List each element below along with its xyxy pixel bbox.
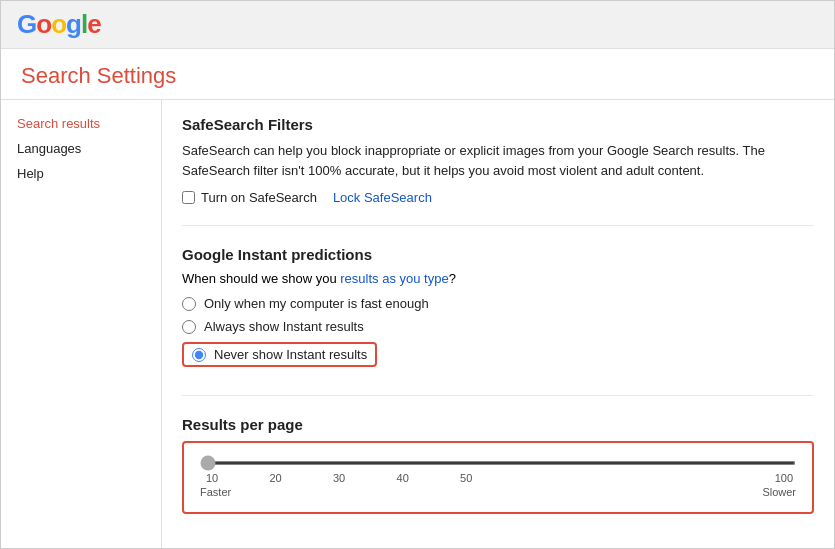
safesearch-section: SafeSearch Filters SafeSearch can help y… (182, 116, 814, 226)
slider-faster-label: Faster (200, 486, 231, 498)
sidebar: Search results Languages Help (1, 100, 161, 548)
sidebar-item-languages[interactable]: Languages (17, 141, 145, 156)
tick-40: 40 (393, 472, 413, 484)
lock-safesearch-link[interactable]: Lock SafeSearch (333, 190, 432, 205)
tick-50: 50 (456, 472, 476, 484)
instant-question: When should we show you results as you t… (182, 271, 814, 286)
tick-60 (520, 472, 540, 484)
tick-90 (710, 472, 730, 484)
logo-letter-o2: o (51, 9, 66, 39)
results-per-page-section: Results per page 10 20 30 40 50 100 (182, 416, 814, 534)
safesearch-checkbox-label[interactable]: Turn on SafeSearch (182, 190, 317, 205)
instant-option-fast-label: Only when my computer is fast enough (204, 296, 429, 311)
safesearch-description: SafeSearch can help you block inappropri… (182, 141, 814, 180)
instant-question-link[interactable]: results as you type (340, 271, 448, 286)
instant-section: Google Instant predictions When should w… (182, 246, 814, 396)
instant-question-end: ? (449, 271, 456, 286)
logo-letter-g: G (17, 9, 36, 39)
slider-slower-label: Slower (762, 486, 796, 498)
results-per-page-title: Results per page (182, 416, 814, 433)
page-title: Search Settings (21, 63, 814, 89)
safesearch-link[interactable]: SafeSearch (182, 143, 250, 158)
tick-30: 30 (329, 472, 349, 484)
body-layout: Search results Languages Help SafeSearch… (1, 100, 834, 548)
logo-letter-o1: o (36, 9, 51, 39)
tick-20: 20 (266, 472, 286, 484)
safesearch-description-text: can help you block inappropriate or expl… (182, 143, 765, 178)
safesearch-checkbox[interactable] (182, 191, 195, 204)
results-per-page-slider[interactable] (200, 461, 796, 465)
sidebar-item-help[interactable]: Help (17, 166, 145, 181)
tick-row: 10 20 30 40 50 100 (200, 472, 796, 484)
instant-radio-fast[interactable] (182, 297, 196, 311)
instant-option-always-label: Always show Instant results (204, 319, 364, 334)
instant-title: Google Instant predictions (182, 246, 814, 263)
logo-letter-e: e (87, 9, 100, 39)
sidebar-item-search-results[interactable]: Search results (17, 116, 145, 131)
tick-10: 10 (202, 472, 222, 484)
main-content: SafeSearch Filters SafeSearch can help y… (161, 100, 834, 548)
slider-bottom-labels: Faster Slower (200, 486, 796, 498)
instant-option-fast[interactable]: Only when my computer is fast enough (182, 296, 814, 311)
instant-radio-never[interactable] (192, 348, 206, 362)
header: Google (1, 1, 834, 49)
tick-70 (583, 472, 603, 484)
tick-100: 100 (774, 472, 794, 484)
safesearch-row: Turn on SafeSearch Lock SafeSearch (182, 190, 814, 205)
logo-letter-g2: g (66, 9, 81, 39)
google-logo: Google (17, 9, 101, 40)
instant-option-never-label: Never show Instant results (214, 347, 367, 362)
safesearch-checkbox-text: Turn on SafeSearch (201, 190, 317, 205)
app-window: Google Search Settings Search results La… (0, 0, 835, 549)
instant-option-never[interactable]: Never show Instant results (182, 342, 814, 367)
slider-container: 10 20 30 40 50 100 Faster Slower (182, 441, 814, 514)
instant-question-text: When should we show you (182, 271, 340, 286)
instant-never-box: Never show Instant results (182, 342, 377, 367)
tick-80 (647, 472, 667, 484)
page-title-bar: Search Settings (1, 49, 834, 100)
safesearch-title: SafeSearch Filters (182, 116, 814, 133)
instant-radio-always[interactable] (182, 320, 196, 334)
instant-option-always[interactable]: Always show Instant results (182, 319, 814, 334)
